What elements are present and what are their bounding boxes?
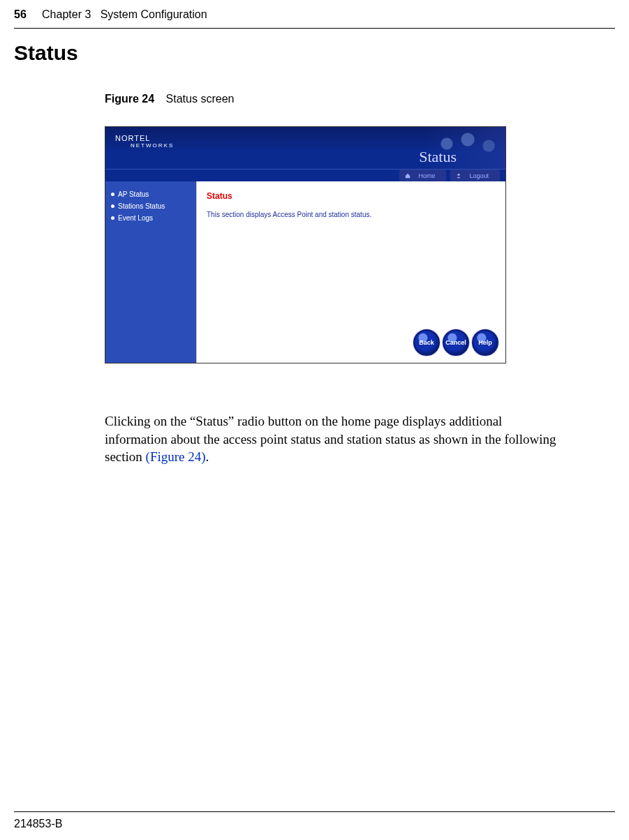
figure-title: Status screen — [166, 93, 235, 105]
logo-sub: NETWORKS — [131, 142, 174, 149]
svg-point-0 — [458, 174, 460, 176]
logout-icon — [456, 173, 461, 179]
home-icon — [405, 173, 410, 179]
figure-ref-link[interactable]: (Figure 24) — [146, 449, 206, 464]
button-row: Back Cancel Help — [413, 329, 498, 356]
back-button[interactable]: Back — [413, 329, 440, 356]
screenshot-main: Status This section displays Access Poin… — [196, 181, 505, 363]
section-heading: Status — [0, 29, 629, 65]
status-screenshot: NORTEL NETWORKS Status Home Logout AP St… — [105, 126, 506, 363]
doc-id: 214853-B — [14, 818, 62, 830]
figure-caption: Figure 24 Status screen — [0, 65, 629, 105]
sidebar-item-ap-status[interactable]: AP Status — [111, 188, 191, 200]
banner-title: Status — [419, 148, 457, 166]
running-header: 56 Chapter 3 System Configuration — [0, 0, 629, 25]
cancel-button[interactable]: Cancel — [443, 329, 469, 356]
content-title: Status — [207, 191, 496, 201]
screenshot-body: AP Status Stations Status Event Logs Sta… — [105, 181, 505, 363]
logo-brand: NORTEL — [115, 134, 150, 142]
chapter-title: System Configuration — [101, 8, 207, 20]
logout-label: Logout — [464, 171, 494, 181]
body-paragraph: Clicking on the “Status” radio button on… — [0, 363, 629, 466]
help-button[interactable]: Help — [472, 329, 498, 356]
footer-rule — [14, 811, 615, 812]
home-label: Home — [413, 171, 441, 181]
sidebar-item-event-logs[interactable]: Event Logs — [111, 212, 191, 224]
screenshot-sidebar: AP Status Stations Status Event Logs — [105, 181, 196, 363]
screenshot-banner: NORTEL NETWORKS Status — [105, 127, 505, 169]
home-link[interactable]: Home — [399, 170, 446, 182]
figure-label: Figure 24 — [105, 93, 154, 105]
page-number: 56 — [14, 8, 27, 20]
para-text-post: . — [206, 449, 209, 464]
sidebar-item-stations-status[interactable]: Stations Status — [111, 200, 191, 212]
content-text: This section displays Access Point and s… — [207, 211, 496, 218]
nortel-logo: NORTEL NETWORKS — [115, 134, 174, 149]
screenshot-tabbar: Home Logout — [105, 169, 505, 181]
logout-link[interactable]: Logout — [450, 170, 500, 182]
chapter-label: Chapter 3 — [42, 8, 91, 20]
